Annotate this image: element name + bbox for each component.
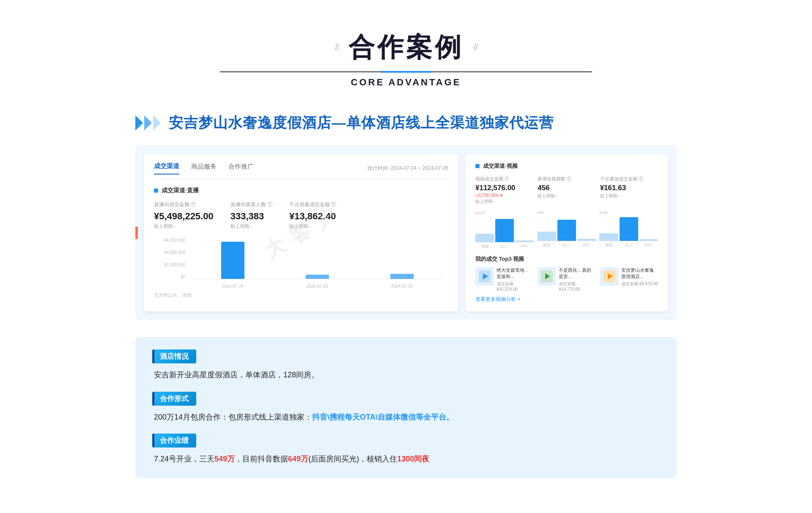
badge-hotel: 酒店情况 xyxy=(152,349,196,363)
header-section: //. 合作案例 ·// CORE ADVANTAGE xyxy=(0,17,812,96)
top3-thumb-3 xyxy=(600,267,619,286)
bar-1 xyxy=(221,242,244,279)
subtitle-en: CORE ADVANTAGE xyxy=(0,77,812,88)
divider-accent xyxy=(381,71,431,73)
metric-broadcast-amount: 直播间成交金额 ① ¥5,498,225.00 较上周期-- xyxy=(154,201,214,229)
arrow-icon xyxy=(135,115,162,131)
rcbar-2-2 xyxy=(557,220,576,241)
tab-goods[interactable]: 商品服务 xyxy=(191,163,217,174)
right-section-dot xyxy=(475,164,480,168)
dashboard-container: 大 客 户 成交渠道 商品服务 合作推广 统计时间: 2024-07-24 ~ … xyxy=(135,145,677,320)
top3-item-2: 不是西化，真的是安... 成交金额 ¥14,775.00 xyxy=(538,267,595,292)
section-dot xyxy=(154,188,158,193)
badge-result: 合作业绩 xyxy=(152,434,196,448)
section-heading: 安吉梦山水奢逸度假酒店—单体酒店线上全渠道独家代运营 xyxy=(135,113,677,133)
top3-title: 我的成交 Top3 视频 xyxy=(475,255,658,263)
header-divider-row xyxy=(0,71,812,73)
main-title: 合作案例 xyxy=(348,30,464,65)
divider-line-right xyxy=(431,71,592,72)
deco-left: //. xyxy=(335,42,340,53)
rcbar-2-3 xyxy=(577,239,596,241)
right-section-label: 成交渠道·视频 xyxy=(475,162,658,170)
info-cards-section: 酒店情况 安吉新开业高星度假酒店，单体酒店，128间房。 合作形式 200万14… xyxy=(135,337,677,478)
dashboard-left: 大 客 户 成交渠道 商品服务 合作推广 统计时间: 2024-07-24 ~ … xyxy=(144,154,458,311)
arrow-chevron-2 xyxy=(144,115,152,131)
info-block-collab: 合作形式 200万14月包房合作：包房形式线上渠道独家：抖音\携程每天OTA\自… xyxy=(152,392,660,424)
deco-right: ·// xyxy=(472,42,477,53)
right-metric-video-amount: 视频成交金额 ① ¥112,576.00 +22700.00%▼ 较上周期-- xyxy=(475,176,533,205)
rcbar-1-2 xyxy=(495,219,514,242)
info-block-result: 合作业绩 7.24号开业，三天549万，目前抖音数据649万(后面房间买光)，核… xyxy=(152,434,660,466)
metric-viewers: 直播间观看人数 ① 333,383 较上周期-- xyxy=(230,201,272,229)
rcbar-2-1 xyxy=(538,232,556,241)
rcbar-3-1 xyxy=(599,233,618,241)
top3-info-1: 绝大全篇笔地，直接和... 成交金额 ¥35,529.00 xyxy=(497,267,533,292)
right-metrics-grid: 视频成交金额 ① ¥112,576.00 +22700.00%▼ 较上周期-- … xyxy=(475,176,658,205)
top3-info-2: 不是西化，真的是安... 成交金额 ¥14,775.00 xyxy=(559,267,595,292)
divider-line-left xyxy=(220,71,381,72)
info-text-collab: 200万14月包房合作：包房形式线上渠道独家：抖音\携程每天OTA\自媒体微信等… xyxy=(152,411,660,424)
right-chart-2: 600 搜索 达人 UGC xyxy=(538,210,596,249)
metric-per-thousand: 千次观看成交金额 ① ¥13,862.40 较上周期-- xyxy=(289,201,336,229)
top3-list: 绝大全篇笔地，直接和... 成交金额 ¥35,529.00 不是西化，真的是安.… xyxy=(475,267,658,292)
top3-thumb-1 xyxy=(475,267,494,286)
rcbar-3-2 xyxy=(620,217,638,241)
page-wrapper: //. 合作案例 ·// CORE ADVANTAGE 安吉梦山水奢逸度假酒店—… xyxy=(0,0,812,504)
top3-item-1: 绝大全篇笔地，直接和... 成交金额 ¥35,529.00 xyxy=(475,267,533,292)
badge-collab: 合作形式 xyxy=(152,392,196,406)
bar-2 xyxy=(306,275,329,279)
info-block-hotel: 酒店情况 安吉新开业高星度假酒店，单体酒店，128间房。 xyxy=(152,349,660,382)
arrow-chevron-3 xyxy=(153,115,161,131)
dashboard-right: 成交渠道·视频 视频成交金额 ① ¥112,576.00 +22700.00%▼… xyxy=(465,154,668,311)
bottom-hint: 安吉梦山水... 成绩 xyxy=(154,292,448,298)
section-title: 安吉梦山水奢逸度假酒店—单体酒店线上全渠道独家代运营 xyxy=(169,113,554,133)
right-metric-ppt: 千次播放成交金额 ① ¥161.63 较上周期-- xyxy=(600,176,658,205)
right-metric-video-count: 新增短视频数 ① 456 较上周期-- xyxy=(538,176,595,205)
top3-info-3: 安吉梦山水奢逸度假酒店... 成交金额 ¥9,879.00 xyxy=(621,267,658,287)
view-more-link[interactable]: 查看更多视频分析 > xyxy=(475,296,658,303)
tab-channels[interactable]: 成交渠道 xyxy=(154,162,179,175)
arrow-chevron-1 xyxy=(135,115,143,131)
date-range: 统计时间: 2024-07-24 ~ 2024-07-26 xyxy=(368,165,448,172)
right-chart-1: ¥20万 搜索 达人 UGC xyxy=(475,210,534,249)
dash-metrics-row: 直播间成交金额 ① ¥5,498,225.00 较上周期-- 直播间观看人数 ①… xyxy=(154,201,448,229)
dash-section-label: 成交渠道·直播 xyxy=(154,187,448,194)
bar-3 xyxy=(390,274,414,279)
rcbar-1-3 xyxy=(515,240,534,242)
info-text-hotel: 安吉新开业高星度假酒店，单体酒店，128间房。 xyxy=(152,368,660,382)
rcbar-1-1 xyxy=(475,234,494,242)
info-text-result: 7.24号开业，三天549万，目前抖音数据649万(后面房间买光)，核销入住13… xyxy=(152,453,660,466)
header-title-row: //. 合作案例 ·// xyxy=(0,30,812,65)
tab-collab[interactable]: 合作推广 xyxy=(228,163,254,174)
content-area: 安吉梦山水奢逸度假酒店—单体酒店线上全渠道独家代运营 大 客 户 成交渠道 商品… xyxy=(110,113,702,478)
top3-item-3: 安吉梦山水奢逸度假酒店... 成交金额 ¥9,879.00 xyxy=(600,267,658,292)
rcbar-3-3 xyxy=(639,239,658,241)
dash-indicator xyxy=(135,226,138,239)
right-chart-3: ¥200 搜索 达人 UGC xyxy=(599,210,658,249)
top3-thumb-2 xyxy=(538,267,556,286)
